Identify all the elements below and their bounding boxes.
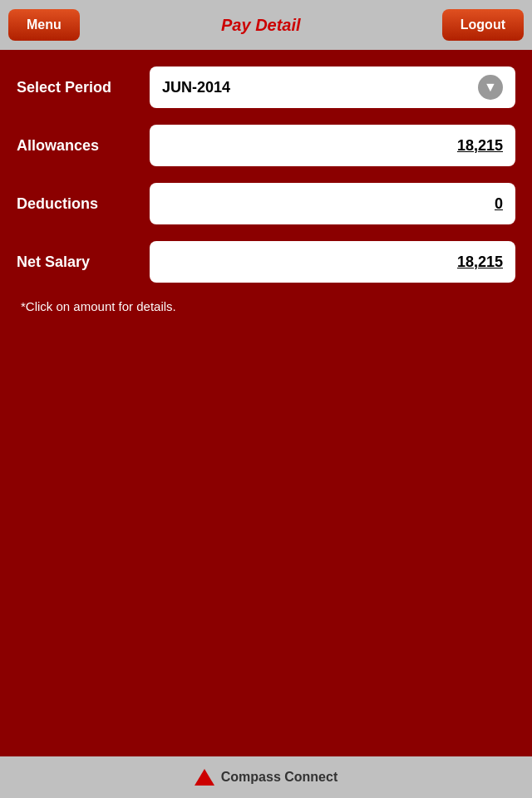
deductions-row: Deductions 0 [17,183,515,224]
allowances-input[interactable]: 18,215 [150,125,515,166]
period-row: Select Period JUN-2014 ▼ [17,66,515,108]
menu-button[interactable]: Menu [8,9,80,41]
net-salary-value: 18,215 [457,254,503,271]
compass-triangle-icon [195,769,214,786]
period-selector[interactable]: JUN-2014 ▼ [150,66,515,108]
net-salary-row: Net Salary 18,215 [17,241,515,283]
period-value: JUN-2014 [162,79,230,96]
allowances-value: 18,215 [457,137,503,155]
brand-name: Compass Connect [221,770,337,785]
header: Menu Pay Detail Logout [0,0,532,50]
logout-button[interactable]: Logout [442,9,524,41]
brand-logo: Compass Connect [195,769,337,786]
deductions-label: Deductions [17,195,150,213]
hint-text: *Click on amount for details. [17,299,515,313]
main-content: Select Period JUN-2014 ▼ Allowances 18,2… [0,50,532,756]
chevron-down-icon[interactable]: ▼ [478,75,503,100]
net-salary-input[interactable]: 18,215 [150,241,515,283]
net-salary-label: Net Salary [17,254,150,271]
deductions-value: 0 [495,195,503,213]
allowances-label: Allowances [17,137,150,155]
page-title: Pay Detail [221,16,301,35]
footer: Compass Connect [0,756,532,798]
allowances-row: Allowances 18,215 [17,125,515,166]
deductions-input[interactable]: 0 [150,183,515,224]
period-label: Select Period [17,79,150,96]
